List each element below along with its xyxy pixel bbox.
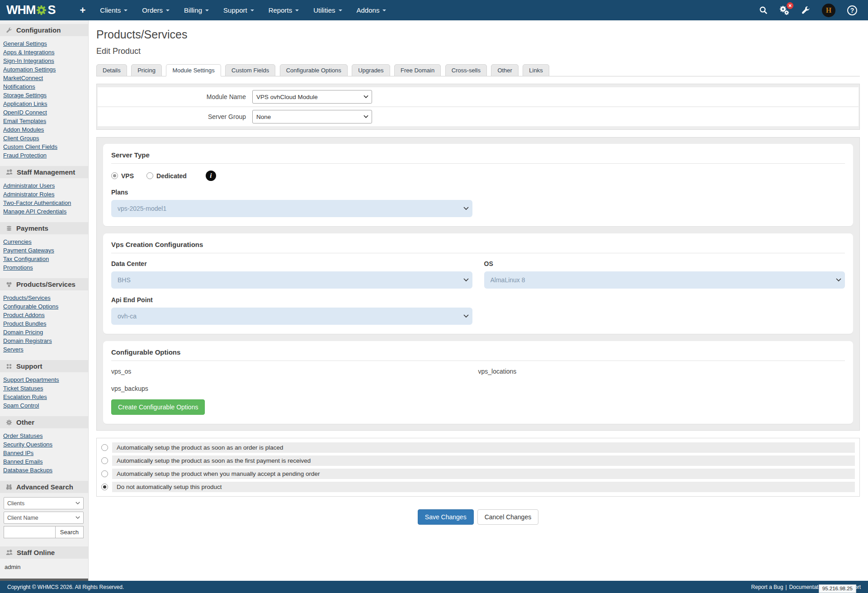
sidebar-link[interactable]: Security Questions bbox=[3, 440, 85, 449]
sidebar-link[interactable]: Domain Pricing bbox=[3, 328, 85, 337]
no-auto-setup-label[interactable]: Do not automatically setup this product bbox=[112, 482, 855, 492]
sidebar-link[interactable]: Order Statuses bbox=[3, 432, 85, 440]
plans-wrapper: vps-2025-model1 bbox=[111, 200, 472, 217]
tab-upgrades[interactable]: Upgrades bbox=[352, 64, 390, 76]
settings-gears-icon[interactable] bbox=[779, 5, 789, 15]
sidebar-link[interactable]: Sign-In Integrations bbox=[3, 57, 85, 65]
tools-icon[interactable] bbox=[801, 6, 810, 15]
nav-menu-item[interactable]: Billing bbox=[177, 6, 216, 14]
sidebar-link[interactable]: Promotions bbox=[3, 263, 85, 272]
logo-text-right: S bbox=[47, 3, 55, 17]
footer-copyright: Copyright © WHMCS 2026. All Rights Reser… bbox=[7, 584, 124, 590]
sidebar-link[interactable]: Two-Factor Authentication bbox=[3, 199, 85, 207]
sidebar-link[interactable]: Administrator Roles bbox=[3, 190, 85, 199]
report-a-bug-link[interactable]: Report a Bug bbox=[751, 584, 783, 590]
help-icon[interactable]: ? bbox=[847, 5, 857, 15]
os-wrapper: AlmaLinux 8 bbox=[484, 271, 845, 289]
auto-setup-on-order-label[interactable]: Automatically setup the product as soon … bbox=[112, 442, 855, 453]
auto-setup-on-accept-radio[interactable] bbox=[101, 470, 108, 477]
sidebar-link[interactable]: Payment Gateways bbox=[3, 246, 85, 255]
tab-links[interactable]: Links bbox=[523, 64, 549, 76]
sidebar-link[interactable]: Product Addons bbox=[3, 311, 85, 319]
sidebar-link[interactable]: Currencies bbox=[3, 237, 85, 246]
sidebar-link[interactable]: Products/Services bbox=[3, 294, 85, 302]
no-auto-setup-radio[interactable] bbox=[101, 484, 108, 490]
chevron-down-icon bbox=[295, 9, 299, 11]
auto-setup-on-payment-radio[interactable] bbox=[101, 457, 108, 464]
nav-menu-item[interactable]: Clients bbox=[93, 6, 135, 14]
auto-setup-box: Automatically setup the product as soon … bbox=[96, 438, 860, 497]
dedicated-radio[interactable] bbox=[146, 172, 153, 179]
plans-select[interactable]: vps-2025-model1 bbox=[111, 200, 472, 217]
nav-menu-item[interactable]: Reports bbox=[261, 6, 307, 14]
module-name-select[interactable]: VPS ovhCloud Module bbox=[252, 90, 372, 104]
sidebar-link[interactable]: Custom Client Fields bbox=[3, 142, 85, 151]
sidebar-link[interactable]: Database Backups bbox=[3, 466, 85, 474]
sidebar-link[interactable]: Addon Modules bbox=[3, 125, 85, 134]
nav-menu-item[interactable]: Addons bbox=[349, 6, 394, 14]
sidebar-link[interactable]: Application Links bbox=[3, 100, 85, 108]
os-select[interactable]: AlmaLinux 8 bbox=[484, 271, 845, 289]
nav-menu-item[interactable]: Orders bbox=[135, 6, 177, 14]
tab-pricing[interactable]: Pricing bbox=[131, 64, 162, 76]
data-center-select[interactable]: BHS bbox=[111, 271, 472, 289]
sidebar-link[interactable]: Banned IPs bbox=[3, 449, 85, 457]
search-input[interactable] bbox=[4, 526, 56, 538]
sidebar-link[interactable]: Email Templates bbox=[3, 117, 85, 125]
tab-details[interactable]: Details bbox=[96, 64, 127, 76]
create-configurable-options-button[interactable]: Create Configurable Options bbox=[111, 399, 205, 415]
sidebar-link[interactable]: Automation Settings bbox=[3, 65, 85, 74]
vps-radio[interactable] bbox=[111, 172, 118, 179]
api-endpoint-select[interactable]: ovh-ca bbox=[111, 308, 472, 325]
nav-menu-item[interactable]: Utilities bbox=[306, 6, 349, 14]
tab-free-domain[interactable]: Free Domain bbox=[394, 64, 441, 76]
sidebar-link[interactable]: Apps & Integrations bbox=[3, 48, 85, 57]
avatar[interactable]: H bbox=[822, 4, 835, 17]
sidebar-link[interactable]: Domain Registrars bbox=[3, 337, 85, 345]
save-changes-button[interactable]: Save Changes bbox=[418, 509, 474, 525]
whmcs-logo[interactable]: WHM S bbox=[6, 3, 56, 17]
tab-module-settings[interactable]: Module Settings bbox=[166, 64, 221, 76]
dedicated-radio-label[interactable]: Dedicated bbox=[156, 172, 187, 180]
tab-cross-sells[interactable]: Cross-sells bbox=[445, 64, 487, 76]
os-label: OS bbox=[484, 260, 845, 267]
search-category-select[interactable]: Clients bbox=[4, 497, 84, 509]
tab-custom-fields[interactable]: Custom Fields bbox=[225, 64, 275, 76]
sidebar-link[interactable]: Client Groups bbox=[3, 134, 85, 142]
search-icon[interactable] bbox=[759, 6, 768, 14]
api-end-point-label: Api End Point bbox=[111, 296, 845, 304]
page-title: Products/Services bbox=[96, 28, 860, 41]
sidebar-link[interactable]: MarketConnect bbox=[3, 74, 85, 82]
sidebar-link[interactable]: Banned Emails bbox=[3, 457, 85, 466]
sidebar-link[interactable]: Ticket Statuses bbox=[3, 384, 85, 393]
sidebar-link[interactable]: Manage API Credentials bbox=[3, 207, 85, 216]
sidebar-link[interactable]: Fraud Protection bbox=[3, 151, 85, 160]
sidebar-link[interactable]: Storage Settings bbox=[3, 91, 85, 100]
sidebar-link[interactable]: Servers bbox=[3, 345, 85, 354]
search-field-select[interactable]: Client Name bbox=[4, 512, 84, 524]
sidebar-link[interactable]: Product Bundles bbox=[3, 319, 85, 328]
sidebar-link[interactable]: Tax Configuration bbox=[3, 255, 85, 263]
sidebar-link[interactable]: Escalation Rules bbox=[3, 393, 85, 401]
sidebar-link[interactable]: Administrator Users bbox=[3, 181, 85, 190]
server-group-select[interactable]: None bbox=[252, 110, 372, 123]
info-icon[interactable]: i bbox=[206, 171, 216, 181]
auto-setup-on-payment-label[interactable]: Automatically setup the product as soon … bbox=[112, 455, 855, 466]
sidebar-link[interactable]: OpenID Connect bbox=[3, 108, 85, 117]
sidebar-section-configuration: Configuration bbox=[0, 24, 88, 36]
add-new-button[interactable]: + bbox=[73, 5, 93, 16]
vps-radio-label[interactable]: VPS bbox=[121, 172, 134, 180]
nav-menu-item[interactable]: Support bbox=[216, 6, 261, 14]
search-button[interactable]: Search bbox=[55, 526, 84, 538]
sidebar-link[interactable]: Configurable Options bbox=[3, 302, 85, 311]
sidebar-link[interactable]: Spam Control bbox=[3, 401, 85, 410]
config-option-vps-backups: vps_backups bbox=[111, 385, 478, 392]
tab-other[interactable]: Other bbox=[491, 64, 519, 76]
auto-setup-on-order-radio[interactable] bbox=[101, 444, 108, 451]
auto-setup-on-accept-label[interactable]: Automatically setup the product when you… bbox=[112, 469, 855, 479]
tab-configurable-options[interactable]: Configurable Options bbox=[280, 64, 348, 76]
sidebar-link[interactable]: Notifications bbox=[3, 82, 85, 91]
sidebar-link[interactable]: General Settings bbox=[3, 39, 85, 48]
sidebar-link[interactable]: Support Departments bbox=[3, 375, 85, 384]
cancel-changes-button[interactable]: Cancel Changes bbox=[477, 509, 539, 525]
